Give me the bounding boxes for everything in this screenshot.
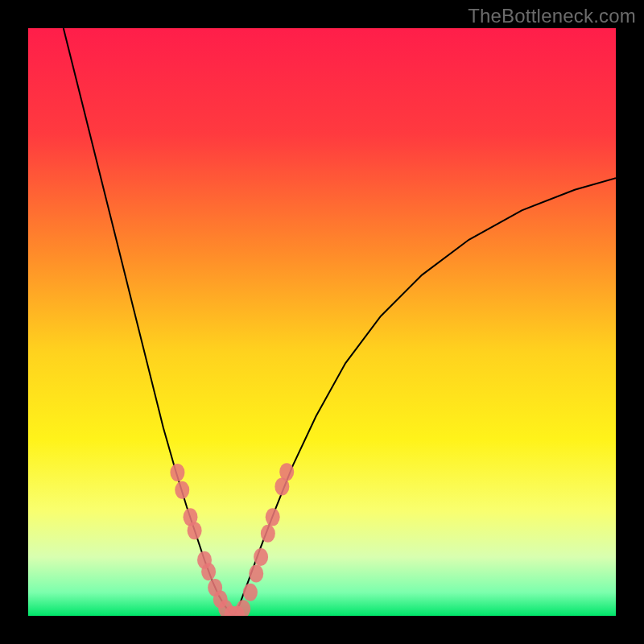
watermark-text: TheBottleneck.com [468, 5, 636, 27]
highlight-dot [249, 564, 263, 582]
highlight-dot [266, 508, 280, 526]
highlight-dot [170, 464, 184, 481]
highlight-dot [188, 522, 202, 539]
gradient-background [28, 28, 616, 616]
highlight-dot [175, 481, 189, 499]
outer-frame: TheBottleneck.com [0, 0, 644, 644]
highlight-dot [254, 548, 268, 566]
highlight-dot [261, 525, 275, 543]
highlight-dot [201, 563, 216, 580]
plot-svg [28, 28, 616, 616]
plot-area [28, 28, 616, 616]
highlight-dot [279, 463, 294, 481]
highlight-dot [243, 584, 258, 601]
